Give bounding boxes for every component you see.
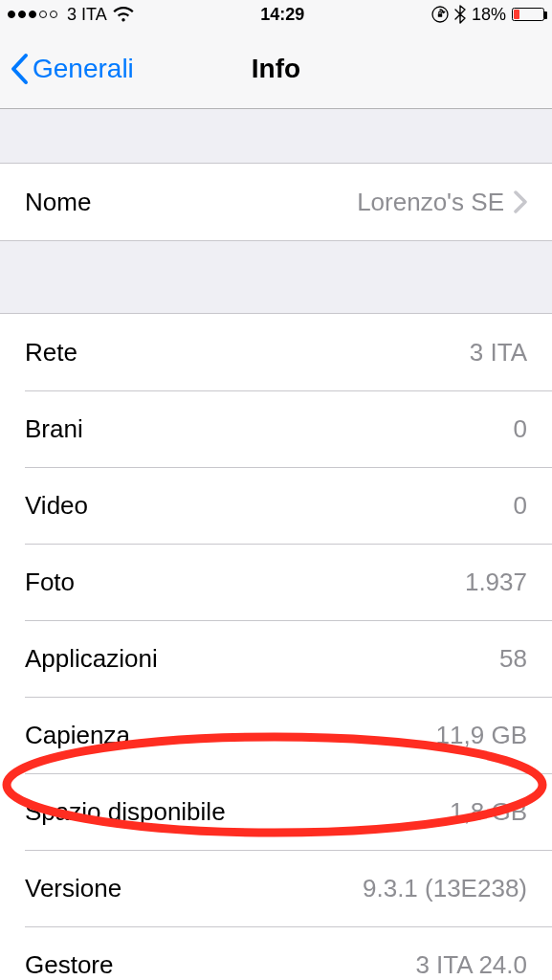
row-label: Versione (25, 874, 121, 903)
section-gap (0, 109, 552, 163)
row-value: 58 (499, 644, 527, 674)
status-right: 18% (431, 5, 544, 25)
row-gestore: Gestore 3 ITA 24.0 (0, 926, 552, 980)
row-nome[interactable]: Nome Lorenzo's SE (0, 164, 552, 240)
row-label: Brani (25, 414, 83, 444)
row-label: Gestore (25, 950, 114, 980)
row-label: Nome (25, 188, 91, 217)
status-bar: 3 ITA 14:29 18% (0, 0, 552, 29)
row-spazio-disponibile: Spazio disponibile 1,8 GB (0, 773, 552, 850)
row-value: 11,9 GB (436, 721, 527, 750)
orientation-lock-icon (431, 6, 449, 23)
row-value: 3 ITA (470, 338, 527, 368)
wifi-icon (113, 7, 134, 22)
row-rete: Rete 3 ITA (0, 314, 552, 390)
row-value: 0 (514, 414, 527, 444)
row-label: Capienza (25, 721, 130, 750)
page-title: Info (252, 54, 300, 84)
back-label: Generali (33, 54, 134, 84)
row-capienza: Capienza 11,9 GB (0, 697, 552, 773)
back-button[interactable]: Generali (10, 53, 134, 85)
row-label: Video (25, 491, 88, 521)
list-details-group: Rete 3 ITA Brani 0 Video 0 Foto 1.937 Ap… (0, 313, 552, 980)
signal-strength-icon (8, 11, 57, 18)
row-foto: Foto 1.937 (0, 544, 552, 620)
row-label: Spazio disponibile (25, 797, 226, 827)
row-value: 1.937 (465, 568, 527, 597)
row-label: Rete (25, 338, 77, 368)
row-value: Lorenzo's SE (357, 188, 504, 217)
carrier-label: 3 ITA (67, 5, 107, 25)
row-value: 0 (514, 491, 527, 521)
battery-percentage: 18% (472, 5, 506, 25)
row-value: 9.3.1 (13E238) (363, 874, 527, 903)
status-left: 3 ITA (8, 5, 134, 25)
battery-icon (512, 8, 544, 21)
svg-rect-1 (438, 13, 442, 17)
row-value: 3 ITA 24.0 (415, 950, 527, 980)
row-label: Applicazioni (25, 644, 158, 674)
chevron-right-icon (514, 190, 527, 213)
row-applicazioni: Applicazioni 58 (0, 620, 552, 697)
row-video: Video 0 (0, 467, 552, 544)
chevron-left-icon (10, 53, 29, 85)
status-time: 14:29 (260, 5, 304, 25)
list-name-group: Nome Lorenzo's SE (0, 163, 552, 241)
row-brani: Brani 0 (0, 390, 552, 467)
row-versione: Versione 9.3.1 (13E238) (0, 850, 552, 926)
nav-header: Generali Info (0, 29, 552, 109)
row-value: 1,8 GB (450, 797, 527, 827)
section-gap (0, 241, 552, 313)
row-label: Foto (25, 568, 75, 597)
bluetooth-icon (454, 5, 466, 24)
